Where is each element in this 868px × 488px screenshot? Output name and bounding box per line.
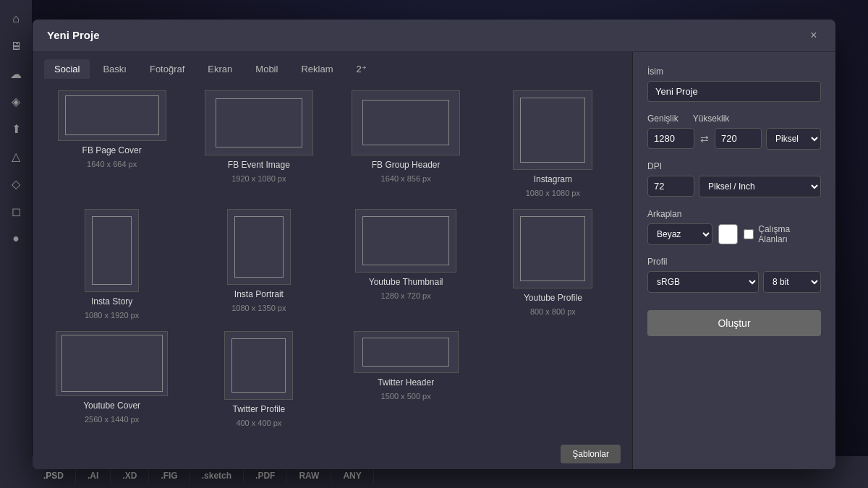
dimensions-row: ⇄ Piksel cm mm inç — [647, 128, 821, 150]
bg-label: Arkaplan — [647, 209, 821, 219]
create-button[interactable]: Oluştur — [647, 310, 821, 336]
tab-social[interactable]: Social — [44, 59, 90, 79]
profile-group: Profil sRGB AdobeRGB CMYK 8 bit 16 bit 3… — [647, 257, 821, 293]
template-item-youtube-profile[interactable]: Youtube Profile 800 x 800 px — [485, 209, 621, 320]
template-size-fb-page-cover: 1640 x 664 px — [87, 160, 137, 168]
template-item-fb-group-header[interactable]: FB Group Header 1640 x 856 px — [339, 90, 474, 197]
template-item-youtube-cover[interactable]: Youtube Cover 2560 x 1440 px — [44, 331, 179, 427]
template-name-youtube-profile: Youtube Profile — [524, 293, 582, 303]
template-item-fb-page-cover[interactable]: FB Page Cover 1640 x 664 px — [44, 90, 179, 197]
template-name-fb-group-header: FB Group Header — [372, 160, 441, 170]
tab-ekran[interactable]: Ekran — [197, 59, 242, 79]
template-size-youtube-cover: 2560 x 1440 px — [85, 415, 139, 424]
tab-more[interactable]: 2⁺ — [346, 59, 376, 79]
bg-group: Arkaplan Beyaz Siyah Şeffaf Çalışma Alan… — [647, 209, 821, 245]
profile-select[interactable]: sRGB AdobeRGB CMYK — [647, 271, 759, 293]
template-item-insta-story[interactable]: Insta Story 1080 x 1920 px — [44, 209, 179, 320]
dpi-group: DPI Piksel / Inch Piksel / cm — [647, 161, 821, 197]
modal-header: Yeni Proje × — [33, 20, 835, 52]
close-button[interactable]: × — [807, 28, 821, 43]
template-item-instagram[interactable]: Instagram 1080 x 1080 px — [485, 90, 621, 197]
width-input[interactable] — [647, 128, 694, 149]
template-name-youtube-thumbnail: Youtube Thumbnail — [369, 277, 443, 287]
dpi-label: DPI — [647, 161, 821, 171]
dpi-row: Piksel / Inch Piksel / cm — [647, 176, 821, 197]
template-size-instagram: 1080 x 1080 px — [526, 189, 580, 197]
templates-footer: Şablonlar — [33, 439, 632, 469]
template-name-twitter-header: Twitter Header — [378, 377, 434, 388]
template-size-insta-story: 1080 x 1920 px — [85, 311, 139, 320]
modal-body: Social Baskı Fotoğraf Ekran Mobil Reklam… — [33, 52, 835, 469]
profile-row: sRGB AdobeRGB CMYK 8 bit 16 bit 32 bit — [647, 271, 821, 293]
template-size-fb-group-header: 1640 x 856 px — [381, 174, 431, 183]
template-name-insta-story: Insta Story — [91, 296, 132, 307]
templates-panel: Social Baskı Fotoğraf Ekran Mobil Reklam… — [33, 52, 633, 469]
template-size-fb-event-image: 1920 x 1080 px — [231, 174, 286, 183]
template-item-youtube-thumbnail[interactable]: Youtube Thumbnail 1280 x 720 px — [339, 209, 474, 320]
bg-select[interactable]: Beyaz Siyah Şeffaf — [647, 223, 712, 245]
template-size-youtube-profile: 800 x 800 px — [530, 307, 576, 316]
bg-row: Beyaz Siyah Şeffaf Çalışma Alanları — [647, 223, 821, 245]
template-name-youtube-cover: Youtube Cover — [83, 401, 140, 411]
templates-button[interactable]: Şablonlar — [561, 445, 621, 463]
tab-baski[interactable]: Baskı — [93, 59, 137, 79]
template-size-insta-portrait: 1080 x 1350 px — [231, 304, 286, 312]
template-item-fb-event-image[interactable]: FB Event Image 1920 x 1080 px — [191, 90, 326, 197]
bit-select[interactable]: 8 bit 16 bit 32 bit — [763, 271, 821, 293]
template-size-twitter-header: 1500 x 500 px — [381, 392, 431, 401]
name-group: İsim — [647, 67, 821, 102]
modal: Yeni Proje × Social Baskı Fotoğraf Ekran… — [33, 20, 835, 469]
template-name-insta-portrait: Insta Portrait — [234, 289, 284, 299]
template-name-fb-event-image: FB Event Image — [228, 160, 290, 170]
unit-select[interactable]: Piksel cm mm inç — [766, 128, 821, 150]
height-label: Yükseklik — [693, 114, 730, 124]
workspace-label: Çalışma Alanları — [758, 224, 821, 244]
dpi-input[interactable] — [647, 176, 694, 197]
template-name-instagram: Instagram — [534, 174, 572, 184]
dimensions-group: Genişlik Yükseklik ⇄ Piksel cm mm inç — [647, 114, 821, 150]
profile-label: Profil — [647, 257, 821, 267]
modal-title: Yeni Proje — [47, 29, 100, 41]
name-label: İsim — [647, 67, 821, 77]
tab-reklam[interactable]: Reklam — [291, 59, 343, 79]
template-name-fb-page-cover: FB Page Cover — [82, 145, 142, 155]
template-name-twitter-profile: Twitter Profile — [233, 404, 286, 414]
settings-panel: İsim Genişlik Yükseklik ⇄ Piksel — [633, 52, 835, 469]
modal-overlay: Yeni Proje × Social Baskı Fotoğraf Ekran… — [0, 0, 868, 488]
template-size-youtube-thumbnail: 1280 x 720 px — [381, 291, 431, 300]
workspace-checkbox[interactable] — [744, 229, 754, 239]
template-item-twitter-header[interactable]: Twitter Header 1500 x 500 px — [339, 331, 474, 427]
template-item-twitter-profile[interactable]: Twitter Profile 400 x 400 px — [191, 331, 326, 427]
workspace-checkbox-group: Çalışma Alanları — [744, 224, 821, 244]
height-input[interactable] — [715, 128, 762, 149]
template-size-twitter-profile: 400 x 400 px — [236, 419, 281, 427]
template-item-insta-portrait[interactable]: Insta Portrait 1080 x 1350 px — [191, 209, 326, 320]
dpi-unit-select[interactable]: Piksel / Inch Piksel / cm — [699, 176, 821, 197]
link-icon: ⇄ — [699, 133, 710, 145]
tab-fotograf[interactable]: Fotoğraf — [140, 59, 195, 79]
width-label: Genişlik — [647, 114, 678, 124]
name-input[interactable] — [647, 81, 821, 102]
template-grid: FB Page Cover 1640 x 664 px FB Event Ima… — [33, 79, 632, 439]
tabs-bar: Social Baskı Fotoğraf Ekran Mobil Reklam… — [33, 52, 632, 79]
color-swatch[interactable] — [718, 224, 739, 244]
tab-mobil[interactable]: Mobil — [245, 59, 288, 79]
